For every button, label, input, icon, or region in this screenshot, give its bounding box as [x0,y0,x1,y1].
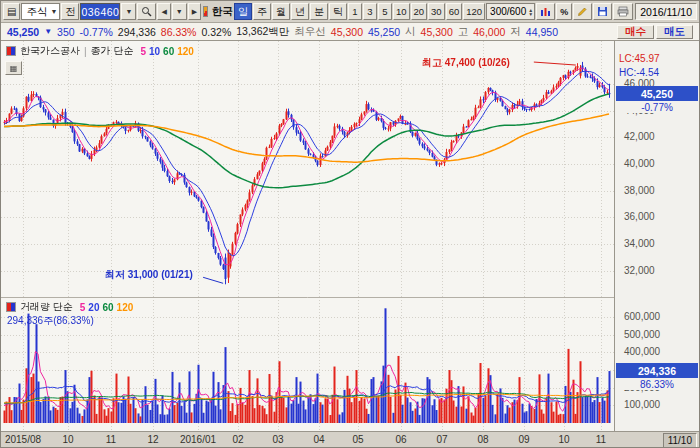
x-axis-label: 10 [62,434,73,445]
legend-symbol-name: 한국가스공사 [20,44,80,58]
code-dropdown-icon[interactable]: ▼ [121,3,136,20]
current-change-pct: -0.77% [616,102,698,113]
x-axis-label: 2016/01 [180,434,216,445]
nav-forward-icon[interactable]: ▶ [188,3,201,20]
ma-60-label: 60 [163,46,174,57]
current-volume-pct: 86.33% [616,379,698,390]
interval-button-3[interactable]: 3 [363,3,377,20]
interval-button-1[interactable]: 1 [348,3,362,20]
price-axis-tick: 38,000 [624,185,655,196]
price-axis-tick: 40,000 [624,158,655,169]
interval-button-20[interactable]: 20 [411,3,428,20]
period-tab-2[interactable]: 주 [253,3,271,20]
low-price: 44,950 [526,26,558,38]
price-axis-tick: 32,000 [624,265,655,276]
time-axis: 2015/081011122016/0102030405060708091011… [1,431,699,447]
stock-chart-window: ▤ 주식 ▼ 전 036460 ▼ ◀ ▼ ▶ 한국가스공사 일주월년분틱 13… [0,0,700,448]
high-annotation: 최고 47,400 (10/26) [422,56,510,70]
x-axis-label: 10 [558,434,569,445]
current-volume-box: 294,336 [616,363,698,378]
high-label: 고 [458,25,469,39]
x-axis-label: 03 [272,434,283,445]
price-chart-canvas[interactable] [1,41,614,297]
period-tabs: 일주월년분틱 [234,3,347,20]
interval-button-60[interactable]: 60 [446,3,463,20]
print-icon[interactable] [613,3,633,20]
x-axis-label: 12 [147,434,158,445]
interval-button-5[interactable]: 5 [378,3,392,20]
x-axis-label: 07 [436,434,447,445]
buy-button[interactable]: 매수 [617,25,654,39]
bar-count-value: 300/600 [490,6,526,17]
volume-axis-tick: 500,000 [624,329,660,340]
turnover-pct: 0.32% [201,26,231,38]
x-axis-label: 11 [596,434,606,445]
low-label: 저 [510,25,521,39]
period-tab-1[interactable]: 일 [234,3,252,20]
x-axis-label: 05 [352,434,363,445]
lc-value: LC:45.97 [619,53,660,64]
stock-color-icon [203,6,208,17]
current-price-box: 45,250 [616,86,698,101]
menu-icon[interactable]: ▤ [3,3,20,20]
interval-button-10[interactable]: 10 [393,3,410,20]
chart-type-icon[interactable] [536,3,555,20]
volume-axis-tick: 400,000 [624,346,660,357]
x-axis-label: 02 [232,434,243,445]
price-change: 350 [57,26,75,38]
hc-value: HC:-4.54 [619,67,659,78]
volume-ma-periods: 52060120 [77,302,134,313]
price-legend: 한국가스공사 | 종가 단순 51060120 [6,44,194,58]
ma-20-label: 20 [88,302,99,313]
price-ma-periods: 51060120 [137,46,194,57]
ma-5-label: 5 [80,302,86,313]
interval-buttons: 13510203060120 [348,3,485,20]
volume-axis-tick: 100,000 [624,399,660,410]
volume-legend: 거래량 단순 52060120 [6,300,133,314]
stock-code-input[interactable]: 036460 [80,3,120,20]
asset-type-label: 주식 [26,5,47,19]
sell-button[interactable]: 매도 [656,25,693,39]
x-axis-label: 09 [518,434,529,445]
bar-count-control[interactable]: 300/600 ▲▼ [486,3,535,20]
interval-button-30[interactable]: 30 [428,3,445,20]
period-tab-4[interactable]: 년 [291,3,309,20]
price-axis-tick: 36,000 [624,211,655,222]
ma-120-label: 120 [117,302,134,313]
best-ask: 45,300 [331,26,363,38]
volume-icon [6,302,16,312]
spinner-icon[interactable]: ▲▼ [528,8,533,16]
date-field[interactable]: 2016/11/10 [635,3,697,20]
trade-value: 13,362백만 [236,25,289,39]
x-axis-label: 08 [477,434,488,445]
x-axis-label: 06 [395,434,406,445]
stock-code-value: 036460 [81,6,119,18]
current-date-box: 11/10 [663,433,697,447]
prev-stock-button[interactable]: 전 [61,3,79,20]
chart-area: 한국가스공사 | 종가 단순 51060120 ▦ 최고 47,400 (10/… [1,41,699,447]
period-tab-6[interactable]: 틱 [329,3,347,20]
asset-type-select[interactable]: 주식 ▼ [21,3,60,20]
period-tab-3[interactable]: 월 [272,3,290,20]
search-icon[interactable] [137,3,156,20]
open-price: 45,300 [421,26,453,38]
interval-button-120[interactable]: 120 [463,3,485,20]
chevron-down-icon: ▼ [50,8,57,15]
period-tab-5[interactable]: 분 [310,3,328,20]
save-icon[interactable] [593,3,612,20]
pencil-icon[interactable] [573,3,592,20]
percent-icon[interactable]: % [556,3,572,20]
best-bid: 45,250 [368,26,400,38]
nav-back-icon[interactable]: ◀ [157,3,170,20]
nav-history-icon[interactable]: ▼ [172,3,187,20]
volume-axis-tick: 600,000 [624,311,660,322]
chart-grid-icon[interactable]: ▦ [5,61,22,75]
ma-5-label: 5 [140,46,146,57]
high-price: 46,000 [473,26,505,38]
volume-ratio: 86.33% [161,26,197,38]
candlestick-icon [6,46,16,56]
date-value: 2016/11/10 [640,6,692,18]
low-annotation: 최저 31,000 (01/21) [105,268,193,282]
volume-summary: 294,336주(86.33%) [7,314,94,328]
price-axis-tick: 34,000 [624,238,655,249]
